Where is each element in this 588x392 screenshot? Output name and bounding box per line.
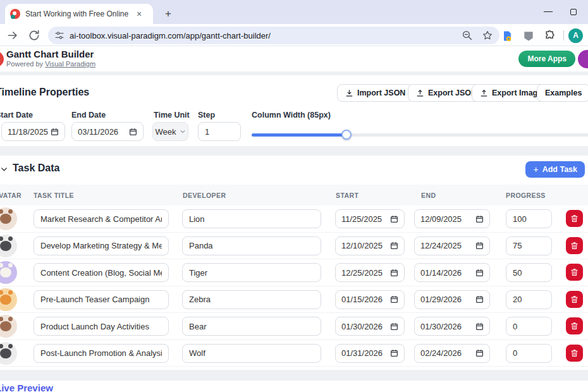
window-maximize-button[interactable]: [564, 6, 583, 19]
more-apps-button[interactable]: More Apps: [518, 51, 575, 67]
task-row: 01/31/2026 02/24/2026: [0, 340, 588, 367]
progress-input[interactable]: [506, 236, 552, 255]
browser-profile-avatar[interactable]: A: [568, 28, 583, 43]
developer-input[interactable]: [182, 236, 321, 255]
progress-input[interactable]: [506, 263, 552, 282]
delete-task-button[interactable]: [566, 210, 583, 227]
add-task-button[interactable]: + Add Task: [525, 161, 585, 178]
browser-tab-strip: Start Working with Free Online × + —: [0, 0, 588, 24]
zoom-out-icon[interactable]: [462, 30, 473, 41]
start-date-value: 11/25/2025: [341, 214, 382, 224]
user-avatar[interactable]: [578, 50, 588, 68]
new-tab-button[interactable]: +: [161, 6, 176, 21]
developer-input[interactable]: [182, 317, 321, 336]
task-row: 01/30/2026 01/30/2026: [0, 313, 588, 340]
password-manager-icon[interactable]: [501, 30, 513, 42]
step-input[interactable]: [198, 122, 241, 141]
app-logo-icon: [0, 51, 4, 67]
delete-task-button[interactable]: [566, 237, 583, 254]
forward-icon[interactable]: [6, 29, 19, 42]
start-date-input[interactable]: 12/10/2025: [335, 236, 405, 255]
extensions-puzzle-icon[interactable]: [544, 30, 556, 42]
time-unit-select[interactable]: Week: [152, 122, 188, 141]
calendar-icon[interactable]: [475, 242, 484, 250]
slider-thumb[interactable]: [341, 130, 352, 140]
wolf-avatar-icon: [0, 235, 17, 257]
progress-input[interactable]: [506, 290, 552, 309]
extension-badge-icon[interactable]: [522, 30, 535, 42]
examples-label: Examples: [545, 89, 582, 97]
calendar-icon[interactable]: [475, 322, 484, 331]
url-bar[interactable]: ai-toolbox.visual-paradigm.com/app/gantt…: [48, 27, 499, 44]
trash-icon: [570, 322, 579, 330]
end-date-input[interactable]: 02/24/2026: [414, 344, 490, 363]
collapse-chevron-icon[interactable]: [0, 165, 8, 173]
calendar-icon[interactable]: [390, 215, 398, 223]
developer-input[interactable]: [182, 290, 321, 309]
calendar-icon[interactable]: [475, 295, 484, 303]
tab-close-icon[interactable]: ×: [134, 8, 144, 20]
developer-input[interactable]: [182, 344, 321, 363]
export-image-label: Export Image: [492, 89, 542, 97]
task-title-input[interactable]: [34, 209, 169, 228]
browser-tab[interactable]: Start Working with Free Online ×: [5, 4, 153, 24]
developer-input[interactable]: [182, 263, 321, 282]
slider-fill: [252, 133, 346, 137]
end-date-input[interactable]: 01/29/2026: [414, 290, 490, 309]
progress-input[interactable]: [506, 209, 552, 228]
timeline-properties-section: Timeline Properties Import JSON Export J…: [0, 75, 588, 146]
task-title-input[interactable]: [34, 263, 169, 282]
time-unit-value: Week: [156, 127, 176, 137]
browser-toolbar: ai-toolbox.visual-paradigm.com/app/gantt…: [0, 24, 588, 46]
chevron-down-icon: [180, 128, 186, 135]
timeline-end-date-input[interactable]: 03/11/2026: [71, 122, 144, 141]
end-date-input[interactable]: 12/09/2025: [414, 209, 490, 228]
calendar-icon[interactable]: [390, 242, 398, 250]
start-date-input[interactable]: 01/15/2026: [335, 290, 405, 309]
calendar-icon[interactable]: [51, 128, 59, 136]
progress-input[interactable]: [506, 317, 552, 336]
powered-by-prefix: Powered by: [6, 60, 45, 68]
site-settings-icon[interactable]: [54, 30, 64, 40]
task-title-input[interactable]: [34, 344, 169, 363]
start-date-input[interactable]: 11/25/2025: [335, 209, 405, 228]
progress-input[interactable]: [506, 344, 552, 363]
delete-task-button[interactable]: [566, 345, 583, 362]
url-text[interactable]: ai-toolbox.visual-paradigm.com/app/gantt…: [70, 31, 453, 40]
calendar-icon[interactable]: [475, 215, 484, 223]
end-date-input[interactable]: 01/14/2026: [414, 263, 490, 282]
calendar-icon[interactable]: [390, 295, 398, 303]
task-row: 01/15/2026 01/29/2026: [0, 286, 588, 314]
timeline-start-date-input[interactable]: 11/18/2025: [1, 122, 65, 141]
end-date-input[interactable]: 12/24/2025: [414, 236, 490, 255]
column-width-slider[interactable]: [252, 130, 588, 140]
calendar-icon[interactable]: [390, 349, 398, 357]
refresh-icon[interactable]: [28, 29, 40, 42]
delete-task-button[interactable]: [566, 317, 583, 334]
calendar-icon[interactable]: [475, 269, 484, 277]
window-minimize-button[interactable]: —: [539, 6, 558, 19]
task-title-input[interactable]: [34, 236, 169, 255]
bear-avatar-icon: [0, 315, 17, 338]
end-date-value: 12/24/2025: [420, 241, 462, 250]
end-date-input[interactable]: 01/30/2026: [414, 317, 490, 336]
start-date-value: 11/18/2025: [8, 127, 48, 137]
developer-input[interactable]: [182, 209, 321, 228]
calendar-icon[interactable]: [390, 269, 398, 277]
start-date-input[interactable]: 12/25/2025: [335, 263, 405, 282]
bookmark-star-icon[interactable]: [482, 30, 493, 41]
calendar-icon[interactable]: [475, 349, 484, 357]
examples-button[interactable]: Examples: [537, 84, 588, 102]
delete-task-button[interactable]: [566, 291, 583, 308]
task-title-input[interactable]: [34, 317, 169, 336]
start-date-input[interactable]: 01/31/2026: [335, 344, 405, 363]
task-data-heading: Task Data: [13, 162, 59, 174]
import-json-button[interactable]: Import JSON: [337, 84, 413, 102]
start-date-input[interactable]: 01/30/2026: [335, 317, 405, 336]
visual-paradigm-link[interactable]: Visual Paradigm: [45, 60, 95, 68]
export-json-label: Export JSON: [428, 89, 477, 97]
task-title-input[interactable]: [34, 290, 169, 309]
calendar-icon[interactable]: [390, 322, 398, 331]
calendar-icon[interactable]: [129, 128, 137, 136]
delete-task-button[interactable]: [566, 264, 583, 281]
